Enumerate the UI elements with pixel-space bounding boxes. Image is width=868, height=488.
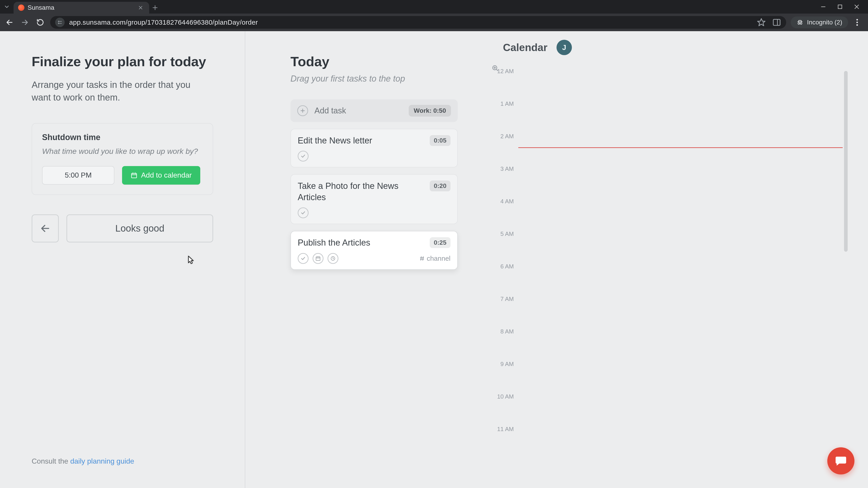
incognito-indicator[interactable]: Incognito (2) (791, 17, 848, 28)
task-card[interactable]: Edit the News letter 0:05 (290, 129, 458, 167)
task-card[interactable]: Publish the Articles 0:25 channel (290, 231, 458, 269)
shutdown-card: Shutdown time What time would you like t… (32, 123, 213, 195)
new-tab-button[interactable] (149, 2, 161, 13)
task-duration-pill[interactable]: 0:25 (430, 237, 451, 248)
svg-point-12 (58, 23, 59, 24)
task-complete-toggle[interactable] (298, 207, 309, 218)
window-controls (819, 0, 868, 13)
add-to-calendar-label: Add to calendar (141, 171, 192, 180)
svg-rect-23 (131, 173, 137, 178)
plan-sidebar: Finalize your plan for today Arrange you… (0, 31, 245, 488)
arrow-left-icon (40, 223, 51, 234)
calendar-grid[interactable]: 12 AM1 AM2 AM3 AM4 AM5 AM6 AM7 AM8 AM9 A… (489, 62, 848, 451)
task-complete-toggle[interactable] (298, 253, 309, 264)
task-title: Take a Photo for the News Articles (298, 181, 425, 203)
task-list: Add task Work: 0:50 Edit the News letter… (290, 99, 458, 270)
hour-label: 12 AM (489, 68, 514, 75)
url-text: app.sunsama.com/group/17031827644696380/… (69, 19, 752, 26)
task-card[interactable]: Take a Photo for the News Articles 0:20 (290, 174, 458, 224)
hour-label: 6 AM (489, 263, 514, 270)
task-duration-pill[interactable]: 0:05 (430, 135, 451, 146)
hour-label: 1 AM (489, 100, 514, 107)
add-task-input[interactable]: Add task Work: 0:50 (290, 99, 458, 122)
window-close-button[interactable] (853, 3, 860, 10)
incognito-label: Incognito (2) (807, 19, 842, 26)
calendar-icon (131, 172, 137, 179)
footer-hint: Consult the daily planning guide (32, 457, 213, 475)
incognito-icon (797, 19, 803, 26)
task-title: Publish the Articles (298, 237, 425, 248)
svg-point-21 (857, 22, 858, 23)
calendar-hour-row[interactable]: 2 AM (489, 136, 848, 168)
calendar-scrollbar[interactable] (844, 71, 848, 252)
task-channel-label: channel (427, 255, 451, 262)
nav-reload-button[interactable] (35, 17, 46, 28)
tab-title: Sunsama (28, 4, 134, 11)
calendar-hour-row[interactable]: 12 AM (489, 71, 848, 103)
address-bar[interactable]: app.sunsama.com/group/17031827644696380/… (50, 16, 786, 29)
svg-point-20 (857, 19, 858, 21)
planning-guide-link[interactable]: daily planning guide (70, 457, 134, 465)
side-panel-icon[interactable] (772, 18, 781, 27)
calendar-panel: Calendar J 12 AM1 AM2 AM3 AM4 AM5 AM6 AM… (471, 31, 868, 488)
calendar-hour-row[interactable]: 6 AM (489, 266, 848, 299)
nav-forward-button[interactable] (20, 17, 30, 28)
hour-label: 9 AM (489, 361, 514, 367)
calendar-hour-row[interactable]: 7 AM (489, 299, 848, 331)
user-avatar[interactable]: J (557, 40, 572, 55)
hour-label: 5 AM (489, 230, 514, 237)
task-channel-tag[interactable]: channel (419, 255, 451, 262)
calendar-hour-row[interactable]: 5 AM (489, 234, 848, 266)
calendar-hour-row[interactable]: 3 AM (489, 168, 848, 201)
hour-label: 7 AM (489, 295, 514, 302)
shutdown-time-input[interactable]: 5:00 PM (42, 166, 114, 185)
svg-rect-5 (838, 5, 842, 8)
shutdown-heading: Shutdown time (42, 133, 203, 142)
hour-label: 10 AM (489, 393, 514, 400)
help-chat-button[interactable] (827, 447, 855, 475)
calendar-hour-row[interactable]: 11 AM (489, 429, 848, 451)
work-total-pill: Work: 0:50 (409, 105, 451, 117)
calendar-hour-row[interactable]: 10 AM (489, 396, 848, 429)
browser-tab-active[interactable]: Sunsama (13, 2, 149, 13)
svg-point-22 (857, 24, 858, 26)
footer-prefix: Consult the (32, 457, 70, 465)
avatar-initial: J (562, 43, 566, 52)
window-minimize-button[interactable] (819, 3, 827, 10)
looks-good-button[interactable]: Looks good (66, 215, 213, 242)
window-maximize-button[interactable] (836, 3, 844, 10)
tab-search-dropdown[interactable] (0, 0, 13, 13)
browser-toolbar: app.sunsama.com/group/17031827644696380/… (0, 13, 868, 31)
plus-icon (297, 105, 308, 116)
plan-back-button[interactable] (32, 215, 59, 242)
svg-rect-15 (773, 20, 780, 26)
page-title: Finalize your plan for today (32, 54, 213, 69)
bookmark-star-icon[interactable] (757, 18, 766, 27)
calendar-hour-row[interactable]: 9 AM (489, 364, 848, 396)
shutdown-time-value: 5:00 PM (65, 171, 92, 180)
browser-menu-button[interactable] (852, 18, 862, 27)
chat-icon (835, 455, 847, 467)
hour-label: 11 AM (489, 426, 514, 433)
site-settings-icon[interactable] (55, 18, 65, 27)
today-heading: Today (290, 54, 458, 69)
task-schedule-button[interactable] (313, 253, 323, 264)
add-to-calendar-button[interactable]: Add to calendar (122, 166, 200, 185)
sunsama-favicon (18, 4, 24, 11)
looks-good-label: Looks good (115, 223, 164, 234)
shutdown-prompt: What time would you like to wrap up work… (42, 146, 203, 157)
hash-icon (419, 256, 425, 261)
calendar-hour-row[interactable]: 1 AM (489, 103, 848, 136)
calendar-hour-row[interactable]: 4 AM (489, 201, 848, 234)
task-complete-toggle[interactable] (298, 151, 309, 162)
calendar-hour-row[interactable]: 8 AM (489, 331, 848, 364)
tab-close-button[interactable] (137, 4, 144, 11)
nav-back-button[interactable] (4, 17, 15, 28)
task-time-button[interactable] (328, 253, 338, 264)
svg-line-37 (421, 256, 421, 260)
hour-label: 4 AM (489, 198, 514, 205)
add-task-placeholder: Add task (314, 106, 402, 116)
svg-rect-30 (316, 257, 320, 260)
calendar-title: Calendar (503, 41, 548, 54)
task-duration-pill[interactable]: 0:20 (430, 181, 451, 191)
